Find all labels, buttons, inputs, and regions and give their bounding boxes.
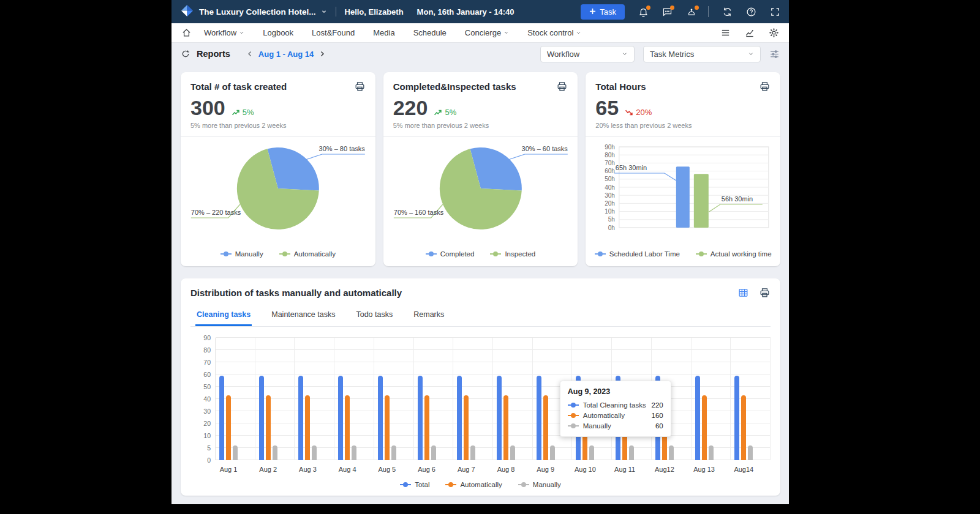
chevron-left-icon[interactable]	[246, 50, 254, 58]
bar-automatically[interactable]	[741, 395, 746, 460]
refresh-icon[interactable]	[181, 49, 190, 59]
bar-manually[interactable]	[748, 445, 753, 460]
y-tick-label: 90	[194, 334, 211, 341]
callout-label: 56h 30min	[722, 195, 753, 203]
print-button[interactable]	[759, 81, 771, 92]
home-icon[interactable]	[181, 28, 192, 38]
bar-manually[interactable]	[470, 445, 475, 460]
table-view-button[interactable]	[737, 287, 749, 299]
chart-column-aug-2: Aug 2	[255, 338, 295, 460]
y-tick-label: 5	[194, 444, 211, 452]
bar-total[interactable]	[734, 376, 739, 460]
bar-manually[interactable]	[431, 445, 436, 460]
page-title: Reports	[197, 49, 230, 59]
bar-automatically[interactable]	[266, 395, 271, 460]
bar-total[interactable]	[219, 376, 224, 460]
legend-item-automatically[interactable]: Automatically	[279, 250, 336, 258]
legend-item-manually[interactable]: Manually	[518, 481, 561, 488]
topbar: The Luxury Collection Hotel... Hello, El…	[172, 0, 789, 23]
date-range-label[interactable]: Aug 1 - Aug 14	[258, 50, 314, 59]
bar-automatically[interactable]	[702, 395, 707, 460]
bar-automatically[interactable]	[305, 395, 310, 460]
nav-item-workflow[interactable]: Workflow	[204, 28, 244, 37]
category-select[interactable]: Workflow	[540, 46, 635, 62]
print-button[interactable]	[759, 287, 771, 299]
tab-remarks[interactable]: Remarks	[412, 305, 445, 326]
legend-item-actual-working-time[interactable]: Actual working time	[696, 250, 772, 258]
bar-automatically[interactable]	[345, 395, 350, 460]
nav-item-logbook[interactable]: Logbook	[263, 28, 293, 37]
bar-manually[interactable]	[312, 445, 317, 460]
legend-item-manually[interactable]: Manually	[221, 250, 263, 258]
bar-total[interactable]	[298, 376, 303, 460]
bar-total[interactable]	[338, 376, 343, 460]
bar-manually[interactable]	[233, 445, 238, 460]
tooltip-row-manually: Manually60	[568, 422, 663, 430]
legend-item-automatically[interactable]: Automatically	[445, 481, 502, 488]
bar-manually[interactable]	[352, 445, 356, 460]
gear-icon[interactable]	[769, 28, 779, 38]
print-button[interactable]	[556, 81, 568, 92]
bar-total[interactable]	[457, 376, 462, 460]
bar-manually[interactable]	[669, 445, 674, 460]
legend-item-inspected[interactable]: Inspected	[490, 250, 535, 258]
messages-chat-icon[interactable]	[662, 7, 673, 17]
kpi-cards-row: Total # of task created 300	[181, 72, 780, 266]
line-chart-icon[interactable]	[744, 28, 755, 38]
bar-manually[interactable]	[273, 445, 277, 460]
chevron-down-icon	[321, 6, 327, 17]
nav-item-lost-found[interactable]: Lost&Found	[312, 28, 355, 37]
hotel-switcher[interactable]: The Luxury Collection Hotel...	[180, 4, 327, 20]
chevron-right-icon[interactable]	[318, 50, 326, 58]
bar-manually[interactable]	[391, 445, 396, 460]
fullscreen-icon[interactable]	[770, 7, 780, 17]
bar-actual-working-time[interactable]	[694, 174, 709, 228]
brand-name: The Luxury Collection Hotel...	[199, 7, 316, 17]
bar-scheduled-labor-time[interactable]	[676, 166, 690, 228]
bar-manually[interactable]	[709, 445, 714, 460]
help-icon[interactable]	[746, 7, 756, 17]
bar-manually[interactable]	[550, 445, 555, 460]
x-tick-label: Aug 11	[611, 466, 639, 473]
concierge-bell-icon[interactable]	[686, 7, 697, 17]
metric-value: 65	[595, 97, 619, 118]
y-tick-label: 10h	[605, 208, 615, 215]
bar-automatically[interactable]	[464, 395, 469, 460]
bar-total[interactable]	[259, 376, 264, 460]
bar-manually[interactable]	[510, 445, 515, 460]
tab-cleaning-tasks[interactable]: Cleaning tasks	[195, 305, 252, 326]
bar-automatically[interactable]	[226, 395, 231, 460]
bar-automatically[interactable]	[543, 395, 548, 460]
filter-tune-icon[interactable]	[769, 49, 780, 59]
chart-legend: TotalAutomaticallyManually	[190, 481, 771, 488]
legend-item-scheduled-labor-time[interactable]: Scheduled Labor Time	[595, 250, 680, 258]
bar-automatically[interactable]	[503, 395, 508, 460]
add-task-button[interactable]: Task	[581, 4, 625, 20]
tooltip-date: Aug 9, 2023	[568, 387, 663, 396]
bar-automatically[interactable]	[424, 395, 429, 460]
metric-select[interactable]: Task Metrics	[643, 46, 761, 62]
tab-todo-tasks[interactable]: Todo tasks	[355, 305, 394, 326]
bar-total[interactable]	[695, 376, 700, 460]
print-button[interactable]	[354, 81, 366, 92]
y-tick-label: 40	[194, 395, 211, 403]
sync-icon[interactable]	[722, 7, 733, 17]
bar-total[interactable]	[497, 376, 502, 460]
distribution-chart: 05102030405060708090Aug 1Aug 2Aug 3Aug 4…	[190, 338, 771, 460]
legend-item-total[interactable]: Total	[400, 481, 429, 488]
nav-item-schedule[interactable]: Schedule	[413, 28, 447, 37]
bar-manually[interactable]	[629, 445, 634, 460]
legend-item-completed[interactable]: Completed	[426, 250, 475, 258]
nav-item-media[interactable]: Media	[373, 28, 394, 37]
trend-up-icon	[434, 109, 442, 116]
notifications-bell-icon[interactable]	[638, 7, 649, 17]
bar-automatically[interactable]	[385, 395, 390, 460]
nav-item-stock-control[interactable]: Stock control	[527, 28, 581, 37]
bar-total[interactable]	[378, 376, 383, 460]
bar-total[interactable]	[418, 376, 423, 460]
bar-total[interactable]	[537, 376, 541, 460]
nav-item-concierge[interactable]: Concierge	[465, 28, 509, 37]
hamburger-menu-icon[interactable]	[720, 28, 731, 38]
tab-maintenance-tasks[interactable]: Maintenance tasks	[270, 305, 336, 326]
bar-manually[interactable]	[589, 445, 594, 460]
